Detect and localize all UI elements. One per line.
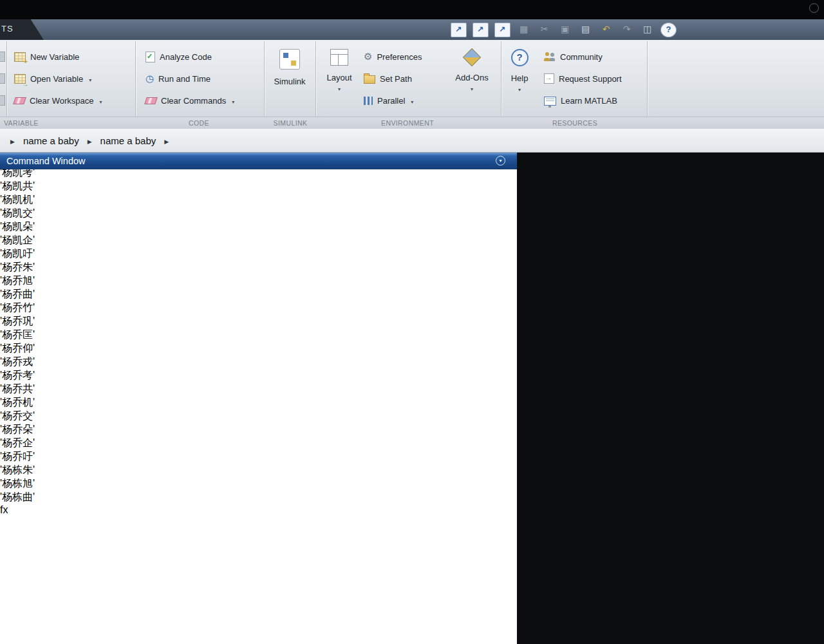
command-output-line: '杨乔企' xyxy=(0,437,517,450)
button-label: Clear Workspace xyxy=(30,96,93,106)
cut-icon[interactable]: ✂ xyxy=(537,23,552,36)
command-output-line: '杨乔共' xyxy=(0,383,517,396)
panel-menu-icon[interactable] xyxy=(809,3,819,13)
ribbon-tab-label: TS xyxy=(1,24,14,33)
button-label: Preferences xyxy=(377,52,422,62)
request-support-button[interactable]: Request Support xyxy=(544,71,622,86)
quick-access-icons: ↗ ↗ ↗ ▦ ✂ ▣ ▤ ↶ ↷ ◫ ? xyxy=(451,23,677,37)
open-in-window-icon[interactable]: ↗ xyxy=(451,23,467,37)
open-variable-button[interactable]: Open Variable xyxy=(14,71,91,86)
simulink-icon xyxy=(279,49,300,70)
command-output-line: '杨栋朱' xyxy=(0,464,517,477)
button-label: Request Support xyxy=(559,74,622,84)
breadcrumb-arrow-icon[interactable] xyxy=(10,135,15,146)
preferences-button[interactable]: Preferences xyxy=(364,49,422,64)
button-label: Help xyxy=(511,73,529,83)
breadcrumb-item[interactable]: name a baby xyxy=(23,135,79,146)
button-label: New Variable xyxy=(30,52,79,62)
section-label: ENVIRONMENT xyxy=(381,119,434,127)
section-label-strip: VARIABLE CODE SIMULINK ENVIRONMENT RESOU… xyxy=(0,117,824,129)
help-icon xyxy=(511,49,529,66)
clock-icon xyxy=(145,73,154,84)
help-button[interactable]: Help xyxy=(502,49,537,93)
button-label: Run and Time xyxy=(158,74,211,84)
add-ons-button[interactable]: Add-Ons xyxy=(451,49,493,93)
command-output-line: '杨乔吁' xyxy=(0,450,517,464)
add-ons-icon xyxy=(464,49,480,66)
set-path-button[interactable]: Set Path xyxy=(364,71,412,86)
section-label: SIMULINK xyxy=(274,119,308,127)
command-output-line: '杨乔匡' xyxy=(0,328,517,342)
help-icon[interactable]: ? xyxy=(660,23,677,37)
clear-commands-button[interactable]: Clear Commands xyxy=(145,93,234,108)
button-label: Simulink xyxy=(274,77,305,86)
eraser-icon xyxy=(13,97,26,104)
open-in-window-icon[interactable]: ↗ xyxy=(473,23,489,37)
command-output-line: '杨乔戎' xyxy=(0,355,517,369)
clipped-ribbon-icon xyxy=(0,73,5,84)
command-window-output[interactable]: '杨凯戎' '杨凯考' '杨凯共' '杨凯机' '杨凯交' '杨凯朵' '杨凯企… xyxy=(0,153,517,516)
command-window-titlebar[interactable]: Command Window xyxy=(0,153,517,169)
chevron-down-icon xyxy=(99,96,102,106)
breadcrumb-item[interactable]: name a baby xyxy=(100,135,156,146)
command-output-line: '杨乔朱' xyxy=(0,261,517,274)
layout-button[interactable]: Layout xyxy=(318,49,360,93)
command-output-line: '杨乔机' xyxy=(0,396,517,410)
simulink-button[interactable]: Simulink xyxy=(268,49,312,86)
redo-icon[interactable]: ↷ xyxy=(619,23,634,36)
chevron-down-icon xyxy=(232,96,234,106)
clear-workspace-button[interactable]: Clear Workspace xyxy=(14,93,102,108)
section-divider xyxy=(501,41,501,116)
paste-icon[interactable]: ▤ xyxy=(578,23,593,36)
section-divider xyxy=(647,41,648,116)
section-label: VARIABLE xyxy=(4,119,39,127)
command-output-line: '杨凯机' xyxy=(0,193,517,207)
command-output-line: '杨乔巩' xyxy=(0,315,517,328)
new-window-icon[interactable]: ↗ xyxy=(494,23,510,37)
panel-title: Command Window xyxy=(6,156,86,166)
ribbon-toolstrip: New Variable Open Variable Clear Workspa… xyxy=(0,40,824,129)
button-label: Open Variable xyxy=(30,74,83,84)
chevron-down-icon xyxy=(89,74,91,84)
command-output-line: '杨乔旭' xyxy=(0,274,517,288)
parallel-button[interactable]: Parallel xyxy=(364,93,413,108)
button-label: Layout xyxy=(326,73,351,82)
community-button[interactable]: Community xyxy=(544,49,603,64)
window-layout-icon[interactable]: ◫ xyxy=(640,23,655,36)
chevron-down-icon xyxy=(338,83,341,93)
command-output-line: '杨凯交' xyxy=(0,207,517,220)
section-divider xyxy=(6,41,7,116)
chevron-down-icon xyxy=(411,96,413,106)
folder-icon xyxy=(364,75,375,84)
button-label: Add-Ons xyxy=(455,73,488,82)
command-output-line: '杨栋旭' xyxy=(0,477,517,491)
chevron-down-icon xyxy=(471,83,473,93)
button-label: Set Path xyxy=(380,74,412,84)
layout-icon xyxy=(330,49,348,66)
breadcrumb-arrow-icon[interactable] xyxy=(164,135,169,146)
gear-icon xyxy=(364,51,372,62)
panel-menu-icon[interactable] xyxy=(496,156,505,166)
learn-matlab-button[interactable]: Learn MATLAB xyxy=(544,93,617,108)
section-label: RESOURCES xyxy=(552,119,597,127)
command-output-line: '杨乔考' xyxy=(0,369,517,383)
learn-matlab-icon xyxy=(544,97,556,106)
undo-icon[interactable]: ↶ xyxy=(599,23,613,36)
command-output-line: '杨乔竹' xyxy=(0,301,517,315)
run-and-time-button[interactable]: Run and Time xyxy=(145,71,211,86)
function-hint-button[interactable]: fx xyxy=(0,504,8,515)
save-icon[interactable]: ▦ xyxy=(516,23,531,36)
command-window-panel: Command Window '杨凯戎' '杨凯考' '杨凯共' '杨凯机' '… xyxy=(0,153,517,644)
ribbon-tab-fragment[interactable]: TS xyxy=(0,19,44,40)
parallel-icon xyxy=(364,97,373,105)
command-output-line: '杨乔交' xyxy=(0,410,517,423)
section-divider xyxy=(315,41,316,116)
command-output-line: '杨凯共' xyxy=(0,180,517,193)
copy-icon[interactable]: ▣ xyxy=(557,23,572,36)
analyze-code-button[interactable]: Analyze Code xyxy=(145,49,212,64)
command-output-line: '杨栋曲' xyxy=(0,491,517,504)
breadcrumb-arrow-icon[interactable] xyxy=(88,135,92,146)
new-variable-button[interactable]: New Variable xyxy=(14,49,79,64)
command-output-lines: '杨凯戎' '杨凯考' '杨凯共' '杨凯机' '杨凯交' '杨凯朵' '杨凯企… xyxy=(0,153,517,504)
request-support-icon xyxy=(544,73,554,84)
